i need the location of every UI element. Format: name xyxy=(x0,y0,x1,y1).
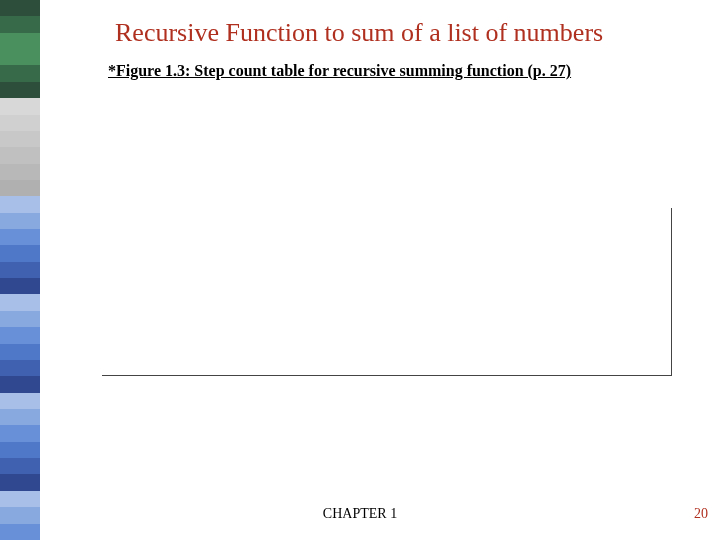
sidebar-stripe xyxy=(0,98,40,114)
slide-title: Recursive Function to sum of a list of n… xyxy=(115,18,603,48)
sidebar-stripe xyxy=(0,229,40,245)
sidebar-stripe xyxy=(0,393,40,409)
sidebar-stripe xyxy=(0,16,40,32)
decorative-sidebar xyxy=(0,0,40,540)
sidebar-stripe xyxy=(0,491,40,507)
sidebar-stripe xyxy=(0,524,40,540)
sidebar-stripe xyxy=(0,82,40,98)
sidebar-stripe xyxy=(0,131,40,147)
footer-chapter: CHAPTER 1 xyxy=(0,506,720,522)
sidebar-stripe xyxy=(0,294,40,310)
sidebar-stripe xyxy=(0,196,40,212)
sidebar-stripe xyxy=(0,33,40,49)
footer-page-number: 20 xyxy=(694,506,708,522)
sidebar-stripe xyxy=(0,344,40,360)
sidebar-stripe xyxy=(0,360,40,376)
figure-caption: *Figure 1.3: Step count table for recurs… xyxy=(108,62,571,80)
sidebar-stripe xyxy=(0,245,40,261)
sidebar-stripe xyxy=(0,376,40,392)
sidebar-stripe xyxy=(0,442,40,458)
sidebar-stripe xyxy=(0,311,40,327)
sidebar-stripe xyxy=(0,164,40,180)
sidebar-stripe xyxy=(0,213,40,229)
sidebar-stripe xyxy=(0,115,40,131)
sidebar-stripe xyxy=(0,474,40,490)
sidebar-stripe xyxy=(0,458,40,474)
sidebar-stripe xyxy=(0,0,40,16)
sidebar-stripe xyxy=(0,327,40,343)
sidebar-stripe xyxy=(0,278,40,294)
sidebar-stripe xyxy=(0,65,40,81)
figure-placeholder xyxy=(102,208,672,376)
sidebar-stripe xyxy=(0,180,40,196)
sidebar-stripe xyxy=(0,147,40,163)
sidebar-stripe xyxy=(0,425,40,441)
sidebar-stripe xyxy=(0,262,40,278)
sidebar-stripe xyxy=(0,409,40,425)
sidebar-stripe xyxy=(0,49,40,65)
